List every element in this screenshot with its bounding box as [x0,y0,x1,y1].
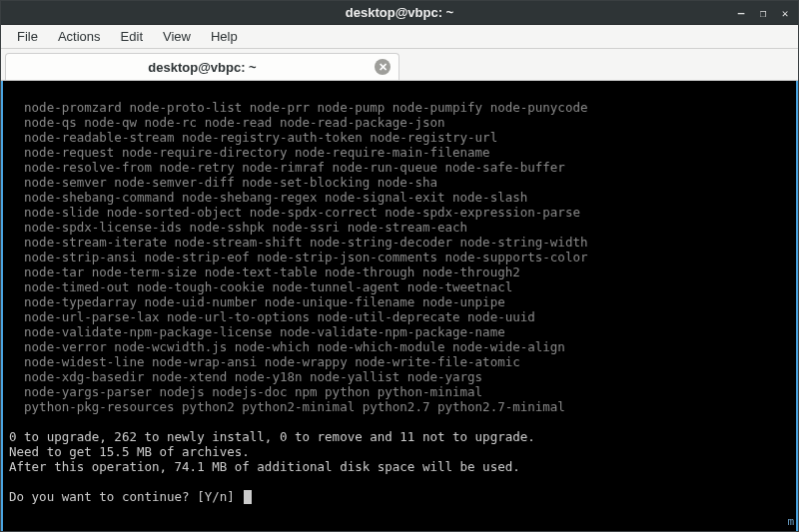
tab-terminal-1[interactable]: desktop@vbpc: ~ ✕ [5,53,400,80]
menu-view[interactable]: View [153,27,201,46]
window-controls: — ❐ ✕ [734,1,792,25]
minimize-button[interactable]: — [734,7,748,20]
maximize-button[interactable]: ❐ [756,7,770,20]
terminal-cursor [244,490,252,504]
package-line: node-semver node-semver-diff node-set-bl… [9,175,790,190]
package-line: node-typedarray node-uid-number node-uni… [9,294,790,309]
package-line: node-verror node-wcwidth.js node-which n… [9,339,790,354]
terminal-viewport[interactable]: node-promzard node-proto-list node-prr n… [1,81,798,532]
menu-file[interactable]: File [7,27,48,46]
package-line: python-pkg-resources python2 python2-min… [9,399,790,414]
menu-help[interactable]: Help [201,27,248,46]
package-line: node-xdg-basedir node-xtend node-y18n no… [9,369,790,384]
tab-bar: desktop@vbpc: ~ ✕ [1,49,798,81]
package-line: node-yargs-parser nodejs nodejs-doc npm … [9,384,790,399]
package-line: node-stream-iterate node-stream-shift no… [9,235,790,250]
continue-prompt[interactable]: Do you want to continue? [Y/n] [9,489,242,504]
tab-label: desktop@vbpc: ~ [148,60,256,75]
summary-block: 0 to upgrade, 262 to newly install, 0 to… [9,429,790,474]
package-line: node-validate-npm-package-license node-v… [9,324,790,339]
menu-actions[interactable]: Actions [48,27,111,46]
package-line: node-readable-stream node-registry-auth-… [9,130,790,145]
package-line: node-slide node-sorted-object node-spdx-… [9,205,790,220]
tab-close-icon[interactable]: ✕ [375,59,391,75]
package-line: node-request node-require-directory node… [9,145,790,160]
package-line: node-url-parse-lax node-url-to-options n… [9,309,790,324]
menu-edit[interactable]: Edit [111,27,153,46]
package-line: node-spdx-license-ids node-sshpk node-ss… [9,220,790,235]
summary-line: Need to get 15.5 MB of archives. [9,444,790,459]
package-list-block: node-promzard node-proto-list node-prr n… [9,100,790,414]
window-titlebar: desktop@vbpc: ~ — ❐ ✕ [1,1,798,25]
package-line: node-shebang-command node-shebang-regex … [9,190,790,205]
watermark: m [787,514,794,529]
package-line: node-qs node-qw node-rc node-read node-r… [9,115,790,130]
package-line: node-strip-ansi node-strip-eof node-stri… [9,250,790,265]
package-line: node-widest-line node-wrap-ansi node-wra… [9,354,790,369]
summary-line: 0 to upgrade, 262 to newly install, 0 to… [9,429,790,444]
menubar: File Actions Edit View Help [1,25,798,49]
package-line: node-timed-out node-tough-cookie node-tu… [9,279,790,294]
package-line: node-promzard node-proto-list node-prr n… [9,100,790,115]
summary-line: After this operation, 74.1 MB of additio… [9,459,790,474]
package-line: node-tar node-term-size node-text-table … [9,265,790,279]
close-window-button[interactable]: ✕ [778,7,792,20]
window-title: desktop@vbpc: ~ [346,5,453,20]
package-line: node-resolve-from node-retry node-rimraf… [9,160,790,175]
